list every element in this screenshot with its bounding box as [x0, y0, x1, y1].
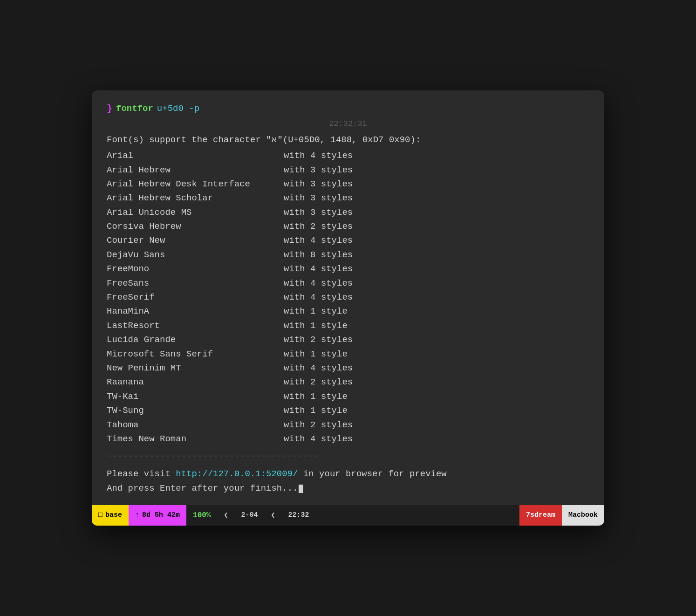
visit-line: Please visit http://127.0.0.1:52009/ in …: [107, 467, 589, 481]
font-styles: with 2 styles: [284, 219, 353, 233]
font-styles: with 8 styles: [284, 248, 353, 262]
visit-url: http://127.0.0.1:52009/: [176, 469, 298, 479]
font-row: Arial Hebrew Desk Interfacewith 3 styles: [107, 177, 589, 191]
font-name: LastResort: [107, 319, 284, 333]
font-styles: with 2 styles: [284, 375, 353, 389]
seg-chevron2: ❮: [265, 505, 282, 526]
font-styles: with 4 styles: [284, 290, 353, 304]
left-chevron-2: ❮: [271, 511, 275, 520]
square-icon: □: [98, 511, 102, 519]
cursor: [299, 485, 303, 493]
seg-base: □ base: [92, 505, 129, 526]
visit-pre: Please visit: [107, 469, 176, 479]
seg-time: 22:32: [282, 505, 316, 526]
pane-value: 2-04: [241, 511, 258, 519]
font-styles: with 4 styles: [284, 233, 353, 247]
command-name: fontfor: [116, 102, 153, 116]
font-name: HanaMinA: [107, 304, 284, 318]
font-styles: with 1 style: [284, 390, 348, 404]
font-name: FreeSans: [107, 276, 284, 290]
seg-chevron1: ❮: [217, 505, 234, 526]
font-styles: with 1 style: [284, 304, 348, 318]
terminal-window: } fontfor u+5d0 -p 22:32:31 Font(s) supp…: [92, 90, 604, 525]
prompt-line: } fontfor u+5d0 -p: [107, 102, 589, 116]
font-name: TW-Sung: [107, 404, 284, 418]
percent-value: 100%: [193, 511, 211, 520]
font-name: New Peninim MT: [107, 361, 284, 375]
font-styles: with 3 styles: [284, 163, 353, 177]
finish-text: And press Enter after your finish...: [107, 482, 298, 495]
divider: ----------------------------------------: [107, 450, 589, 463]
font-row: DejaVu Sanswith 8 styles: [107, 248, 589, 262]
font-row: TW-Sungwith 1 style: [107, 404, 589, 418]
seg-machine: Macbook: [562, 505, 604, 526]
font-name: Tahoma: [107, 418, 284, 432]
font-row: Microsoft Sans Serifwith 1 style: [107, 347, 589, 361]
font-row: Arialwith 4 styles: [107, 149, 589, 163]
font-name: Arial: [107, 149, 284, 163]
font-styles: with 4 styles: [284, 361, 353, 375]
time-value: 22:32: [288, 511, 309, 519]
host-value: 7sdream: [526, 511, 555, 519]
font-row: LastResortwith 1 style: [107, 319, 589, 333]
font-styles: with 1 style: [284, 404, 348, 418]
font-styles: with 3 styles: [284, 177, 353, 191]
font-row: FreeSanswith 4 styles: [107, 276, 589, 290]
font-row: Arial Unicode MSwith 3 styles: [107, 205, 589, 219]
font-row: Tahomawith 2 styles: [107, 418, 589, 432]
font-name: Microsoft Sans Serif: [107, 347, 284, 361]
seg-host: 7sdream: [519, 505, 562, 526]
font-name: FreeSerif: [107, 290, 284, 304]
machine-value: Macbook: [568, 511, 598, 519]
font-row: HanaMinAwith 1 style: [107, 304, 589, 318]
font-row: FreeSerifwith 4 styles: [107, 290, 589, 304]
font-styles: with 4 styles: [284, 276, 353, 290]
font-name: Corsiva Hebrew: [107, 219, 284, 233]
timestamp: 22:32:31: [107, 118, 589, 130]
font-row: Lucida Grandewith 2 styles: [107, 333, 589, 347]
font-styles: with 2 styles: [284, 418, 353, 432]
font-row: Courier Newwith 4 styles: [107, 233, 589, 247]
up-arrow: ↑: [135, 511, 139, 519]
font-styles: with 1 style: [284, 319, 348, 333]
font-name: Courier New: [107, 233, 284, 247]
finish-line: And press Enter after your finish...: [107, 482, 589, 495]
font-styles: with 1 style: [284, 347, 348, 361]
visit-post: in your browser for preview: [298, 469, 446, 479]
statusbar: □ base ↑ 8d 5h 42m 100% ❮ 2-04 ❮ 22:32 7…: [92, 505, 604, 526]
seg-pane: 2-04: [235, 505, 265, 526]
command-args: u+5d0 -p: [157, 102, 199, 116]
font-styles: with 4 styles: [284, 262, 353, 276]
font-name: Arial Hebrew: [107, 163, 284, 177]
font-name: Arial Unicode MS: [107, 205, 284, 219]
font-row: FreeMonowith 4 styles: [107, 262, 589, 276]
font-name: TW-Kai: [107, 390, 284, 404]
info-line: Font(s) support the character "א"(U+05D0…: [107, 133, 589, 147]
font-row: New Peninim MTwith 4 styles: [107, 361, 589, 375]
font-name: FreeMono: [107, 262, 284, 276]
font-name: Raanana: [107, 375, 284, 389]
font-styles: with 4 styles: [284, 149, 353, 163]
seg-percent: 100%: [186, 505, 217, 526]
font-list: Arialwith 4 stylesArial Hebrewwith 3 sty…: [107, 149, 589, 446]
font-name: Arial Hebrew Scholar: [107, 191, 284, 205]
font-name: Lucida Grande: [107, 333, 284, 347]
font-row: Corsiva Hebrewwith 2 styles: [107, 219, 589, 233]
font-styles: with 2 styles: [284, 333, 353, 347]
info-text: Font(s) support the character "א"(U+05D0…: [107, 135, 421, 145]
font-row: Times New Romanwith 4 styles: [107, 432, 589, 446]
prompt-arrow: }: [107, 102, 112, 116]
seg-uptime: ↑ 8d 5h 42m: [129, 505, 186, 526]
left-chevron-1: ❮: [224, 511, 228, 520]
font-styles: with 3 styles: [284, 191, 353, 205]
base-label: base: [105, 511, 122, 519]
uptime-value: 8d 5h 42m: [142, 511, 180, 519]
font-styles: with 3 styles: [284, 205, 353, 219]
font-name: DejaVu Sans: [107, 248, 284, 262]
font-styles: with 4 styles: [284, 432, 353, 446]
font-row: TW-Kaiwith 1 style: [107, 390, 589, 404]
font-name: Arial Hebrew Desk Interface: [107, 177, 284, 191]
font-name: Times New Roman: [107, 432, 284, 446]
font-row: Raananawith 2 styles: [107, 375, 589, 389]
terminal-body: } fontfor u+5d0 -p 22:32:31 Font(s) supp…: [92, 90, 604, 505]
